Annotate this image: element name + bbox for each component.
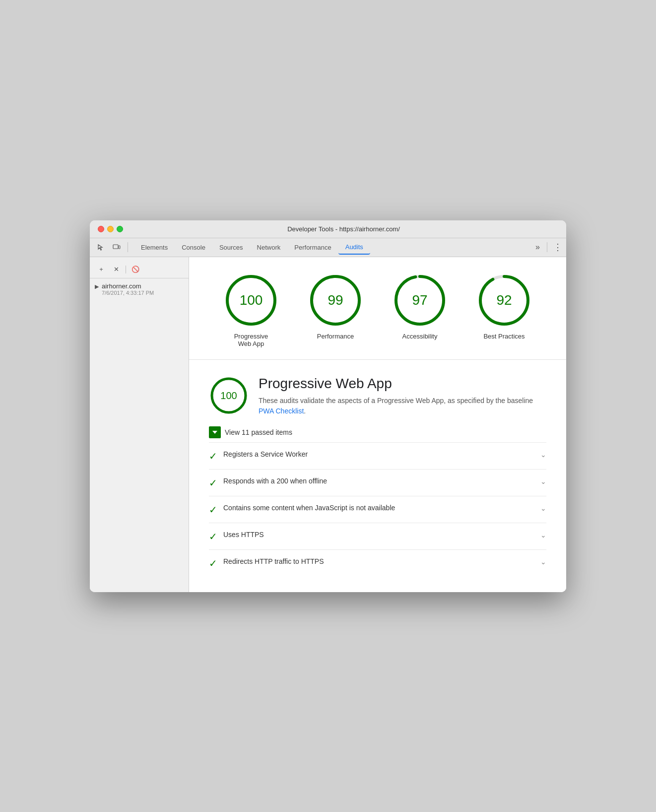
main-area: + ✕ 🚫 ▶ airhorner.com 7/6/2017, 4:33:17 … [90, 257, 566, 592]
score-item: 92 Best Practices [477, 273, 531, 340]
audit-item-text: Uses HTTPS [223, 530, 534, 540]
score-label: Accessibility [402, 333, 438, 340]
audit-list: ✓ Registers a Service Worker ⌄ ✓ Respond… [209, 442, 546, 576]
close-item-button[interactable]: ✕ [111, 264, 122, 275]
svg-rect-1 [119, 246, 120, 249]
divider-2 [547, 242, 547, 252]
chevron-icon: ⌄ [540, 477, 546, 485]
tab-performance[interactable]: Performance [287, 241, 338, 254]
maximize-button[interactable] [117, 226, 123, 232]
svg-marker-12 [212, 431, 217, 434]
sidebar-divider [126, 266, 126, 273]
score-circle: 92 [477, 273, 531, 328]
sidebar-item-subtitle: 7/6/2017, 4:33:17 PM [102, 290, 154, 296]
audit-item-text: Redirects HTTP traffic to HTTPS [223, 557, 534, 567]
minimize-button[interactable] [107, 226, 114, 232]
audit-item[interactable]: ✓ Uses HTTPS ⌄ [209, 523, 546, 549]
sidebar-audit-item[interactable]: ▶ airhorner.com 7/6/2017, 4:33:17 PM [90, 278, 189, 300]
scores-section: 100 Progressive Web App 99 Performance 9… [189, 257, 566, 360]
window-title: Developer Tools - https://airhorner.com/ [129, 225, 558, 233]
add-button[interactable]: + [96, 264, 107, 275]
pwa-title-area: Progressive Web App These audits validat… [259, 376, 546, 416]
more-tabs-button[interactable]: » [532, 241, 543, 254]
tab-console[interactable]: Console [175, 241, 212, 254]
score-circle: 97 [393, 273, 447, 328]
block-icon[interactable]: 🚫 [130, 264, 141, 275]
audit-item-text: Responds with a 200 when offline [223, 476, 534, 486]
score-value: 100 [240, 292, 263, 308]
score-circle: 100 [224, 273, 278, 328]
tab-sources[interactable]: Sources [212, 241, 250, 254]
browser-window: Developer Tools - https://airhorner.com/… [90, 220, 566, 592]
tab-audits[interactable]: Audits [338, 240, 370, 255]
pwa-score-circle: 100 [209, 376, 249, 415]
sidebar-item-title: airhorner.com [102, 282, 154, 290]
view-passed-button[interactable]: View 11 passed items [209, 426, 546, 438]
score-item: 97 Accessibility [393, 273, 447, 340]
audit-item-text: Registers a Service Worker [223, 450, 534, 460]
audit-item[interactable]: ✓ Responds with a 200 when offline ⌄ [209, 469, 546, 496]
score-label: Progressive Web App [229, 333, 273, 347]
pwa-section: 100 Progressive Web App These audits val… [189, 360, 566, 592]
tab-bar: Elements Console Sources Network Perform… [132, 240, 530, 255]
tab-network[interactable]: Network [250, 241, 288, 254]
check-icon: ✓ [209, 557, 217, 569]
chevron-icon: ⌄ [540, 504, 546, 512]
sidebar: + ✕ 🚫 ▶ airhorner.com 7/6/2017, 4:33:17 … [90, 257, 189, 592]
audit-item[interactable]: ✓ Contains some content when JavaScript … [209, 496, 546, 523]
pwa-score-value: 100 [220, 390, 237, 401]
title-bar: Developer Tools - https://airhorner.com/ [90, 220, 566, 238]
score-label: Best Practices [483, 333, 525, 340]
check-icon: ✓ [209, 477, 217, 489]
audit-item[interactable]: ✓ Registers a Service Worker ⌄ [209, 442, 546, 469]
score-circle: 99 [308, 273, 363, 328]
content-panel: 100 Progressive Web App 99 Performance 9… [189, 257, 566, 592]
cursor-icon[interactable] [94, 240, 108, 254]
score-label: Performance [317, 333, 354, 340]
pwa-title: Progressive Web App [259, 376, 546, 392]
score-item: 100 Progressive Web App [224, 273, 278, 347]
check-icon: ✓ [209, 531, 217, 542]
audit-item[interactable]: ✓ Redirects HTTP traffic to HTTPS ⌄ [209, 549, 546, 576]
device-toggle-icon[interactable] [110, 240, 124, 254]
pwa-checklist-link[interactable]: PWA Checklist [259, 407, 304, 415]
audit-item-text: Contains some content when JavaScript is… [223, 503, 534, 513]
view-passed-text: View 11 passed items [225, 428, 292, 436]
chevron-icon: ⌄ [540, 451, 546, 459]
view-passed-icon [209, 426, 221, 438]
pwa-header: 100 Progressive Web App These audits val… [209, 376, 546, 416]
chevron-icon: ⌄ [540, 558, 546, 566]
menu-button[interactable]: ⋮ [553, 242, 562, 253]
score-value: 97 [412, 292, 427, 308]
sidebar-toolbar: + ✕ 🚫 [90, 261, 189, 278]
svg-rect-0 [113, 245, 118, 249]
check-icon: ✓ [209, 504, 217, 516]
score-item: 99 Performance [308, 273, 363, 340]
chevron-icon: ⌄ [540, 531, 546, 539]
pwa-description: These audits validate the aspects of a P… [259, 396, 546, 416]
toolbar: Elements Console Sources Network Perform… [90, 238, 566, 257]
score-value: 92 [496, 292, 512, 308]
divider-1 [128, 242, 128, 252]
tab-elements[interactable]: Elements [134, 241, 175, 254]
expand-arrow: ▶ [95, 283, 99, 290]
check-icon: ✓ [209, 450, 217, 462]
sidebar-item-content: airhorner.com 7/6/2017, 4:33:17 PM [102, 282, 154, 296]
close-button[interactable] [98, 226, 104, 232]
score-value: 99 [328, 292, 343, 308]
traffic-lights [98, 226, 123, 232]
